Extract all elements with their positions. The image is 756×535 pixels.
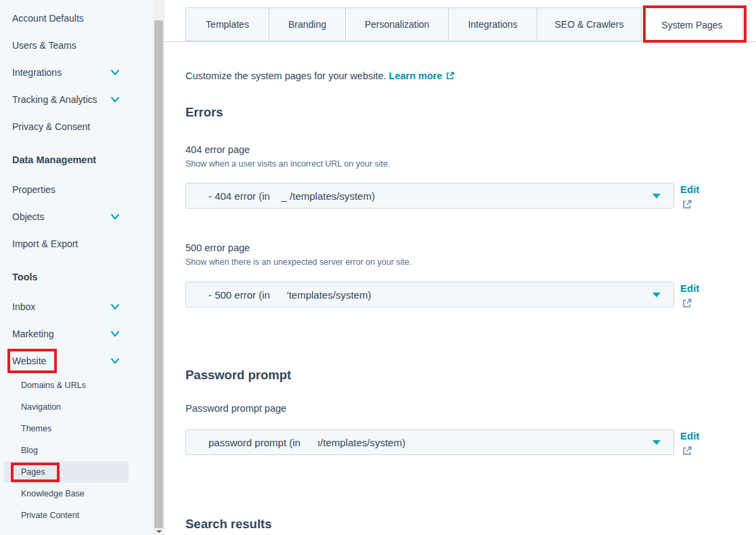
tab-branding[interactable]: Branding (269, 7, 346, 41)
password-prompt-edit-block: Edit (680, 429, 699, 459)
sidebar-item-marketing[interactable]: Marketing (0, 320, 153, 347)
sidebar-item-label: Integrations (12, 67, 62, 78)
errors-heading: Errors (185, 104, 756, 121)
caret-down-icon (652, 440, 661, 445)
500-page-select-value: - 500 error (in ′templates/system) (186, 289, 652, 301)
404-edit-link[interactable]: Edit (680, 184, 699, 196)
settings-tabbar: Templates Branding Personalization Integ… (164, 0, 756, 42)
500-page-select[interactable]: - 500 error (in ′templates/system) (185, 282, 674, 307)
sidebar-item-label: Knowledge Base (21, 489, 85, 498)
password-prompt-select-value: password prompt (in ı/templates/system) (186, 437, 652, 448)
external-link-icon[interactable] (682, 199, 692, 213)
password-prompt-select[interactable]: password prompt (in ı/templates/system) (185, 429, 674, 455)
field-desc-404: Show when a user visits an incorrect URL… (185, 158, 756, 169)
chevron-down-icon (110, 330, 120, 337)
chevron-down-icon (110, 303, 120, 310)
sidebar-subitem-knowledge-base[interactable]: Knowledge Base (4, 483, 129, 505)
chevron-down-icon (110, 213, 120, 220)
sidebar-item-tracking-analytics[interactable]: Tracking & Analytics (0, 86, 153, 113)
tab-templates[interactable]: Templates (185, 7, 269, 41)
sidebar-item-label: Website (12, 356, 46, 366)
404-edit-block: Edit (680, 183, 699, 213)
chevron-down-icon (110, 69, 120, 76)
field-row-404: - 404 error (in _ /templates/system) Edi… (185, 183, 756, 213)
field-row-password-prompt: password prompt (in ı/templates/system) … (185, 429, 756, 459)
sidebar-item-label: Account Defaults (12, 13, 84, 24)
sidebar-item-label: Blog (21, 446, 38, 455)
search-results-heading: Search results (185, 516, 756, 532)
sidebar-item-inbox[interactable]: Inbox (0, 293, 153, 320)
sidebar-item-label: Objects (12, 211, 44, 222)
sidebar-scrollbar[interactable] (153, 0, 164, 535)
sidebar-item-label: Users & Teams (12, 40, 76, 51)
chevron-down-icon (110, 96, 120, 103)
tab-system-pages[interactable]: System Pages (641, 7, 743, 42)
sidebar-subitem-pages[interactable]: Pages (4, 461, 129, 483)
intro-text: Customize the system pages for your webs… (185, 69, 756, 84)
sidebar-item-privacy-consent[interactable]: Privacy & Consent (0, 113, 153, 140)
sidebar-subitem-themes[interactable]: Themes (4, 418, 129, 440)
caret-down-icon (652, 194, 661, 198)
sidebar-subitem-navigation[interactable]: Navigation (4, 396, 129, 418)
tab-integrations[interactable]: Integrations (448, 7, 537, 41)
sidebar-subitem-domains-urls[interactable]: Domains & URLs (4, 374, 129, 396)
sidebar-item-label: Navigation (21, 402, 61, 412)
tab-personalization[interactable]: Personalization (345, 7, 449, 41)
sidebar-header-tools: Tools (0, 263, 153, 291)
down-arrow-icon (156, 530, 162, 533)
settings-sidebar: Account Defaults Users & Teams Integrati… (0, 0, 153, 535)
external-link-icon[interactable] (682, 298, 692, 312)
404-page-select[interactable]: - 404 error (in _ /templates/system) (185, 183, 674, 209)
sidebar-item-objects[interactable]: Objects (0, 203, 153, 230)
external-link-icon[interactable] (682, 446, 692, 459)
system-pages-content: Customize the system pages for your webs… (164, 69, 756, 535)
sidebar-item-label: Tracking & Analytics (12, 94, 97, 105)
field-row-500: - 500 error (in ′templates/system) Edit (185, 282, 756, 312)
scrollbar-thumb[interactable] (154, 20, 163, 528)
500-edit-link[interactable]: Edit (680, 282, 699, 295)
field-desc-500: Show when there is an unexpected server … (185, 257, 756, 268)
sidebar-item-properties[interactable]: Properties (0, 176, 153, 203)
chevron-down-icon (110, 358, 120, 364)
sidebar-subitem-private-content[interactable]: Private Content (4, 505, 129, 526)
scrollbar-down-button[interactable] (153, 528, 164, 535)
sidebar-item-label: Import & Export (12, 238, 78, 249)
field-label-500: 500 error page (185, 242, 756, 254)
sidebar-item-label: Privacy & Consent (12, 121, 90, 132)
sidebar-item-website[interactable]: Website (0, 347, 153, 374)
learn-more-link[interactable]: Learn more (389, 70, 455, 81)
field-label-404: 404 error page (185, 144, 756, 156)
field-label-password-prompt: Password prompt page (185, 402, 756, 414)
sidebar-item-label: Inbox (12, 301, 35, 312)
external-link-icon (445, 70, 455, 84)
tab-seo-crawlers[interactable]: SEO & Crawlers (537, 7, 642, 41)
sidebar-subitem-blog[interactable]: Blog (4, 440, 129, 461)
sidebar-item-label: Properties (12, 184, 55, 195)
sidebar-item-import-export[interactable]: Import & Export (0, 230, 153, 257)
password-prompt-edit-link[interactable]: Edit (680, 430, 699, 442)
sidebar-item-integrations[interactable]: Integrations (0, 59, 153, 86)
sidebar-item-label: Domains & URLs (21, 381, 86, 390)
500-edit-block: Edit (680, 282, 699, 312)
sidebar-item-label: Private Content (21, 511, 79, 520)
sidebar-item-account-defaults[interactable]: Account Defaults (0, 5, 153, 32)
sidebar-header-data-management: Data Management (0, 146, 153, 173)
password-prompt-heading: Password prompt (185, 367, 756, 383)
sidebar-item-users-teams[interactable]: Users & Teams (0, 32, 153, 59)
404-page-select-value: - 404 error (in _ /templates/system) (186, 190, 652, 202)
system-pages-panel: Templates Branding Personalization Integ… (164, 0, 756, 535)
sidebar-item-label: Themes (21, 424, 51, 433)
caret-down-icon (652, 293, 661, 297)
sidebar-item-label: Pages (21, 467, 45, 477)
sidebar-item-label: Marketing (12, 328, 53, 339)
